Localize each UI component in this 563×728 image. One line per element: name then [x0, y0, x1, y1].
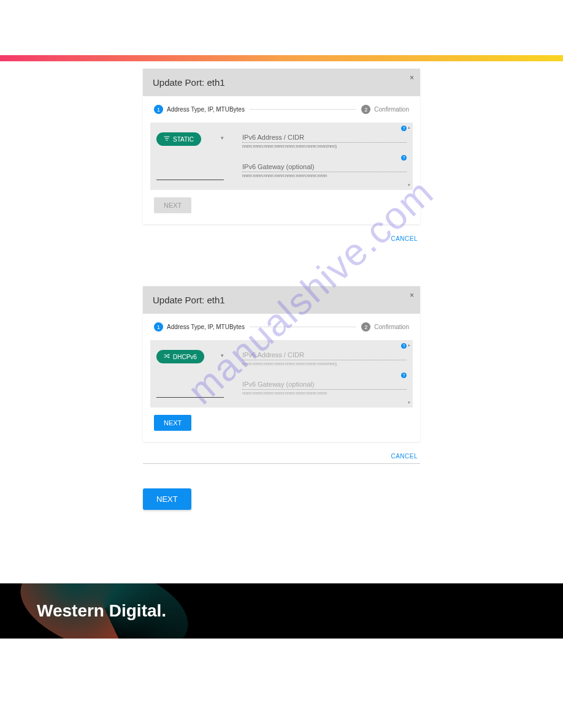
step-1-number: 1 [154, 105, 163, 114]
button-row: NEXT [143, 408, 420, 442]
step-1: 1 Address Type, IP, MTUBytes [154, 105, 245, 114]
step-2-number: 2 [361, 105, 370, 114]
dialog-title: Update Port: eth1 [153, 295, 225, 305]
page-footer: Western Digital. [0, 583, 563, 639]
help-icon[interactable]: ? [401, 343, 407, 349]
field-hint: nnnn:nnnn:nnnn:nnnn:nnnn:nnnn:nnnn:nnnn [242, 391, 407, 398]
brand-name: Western Digital. [37, 601, 166, 620]
chip-label: STATIC [173, 136, 194, 143]
chip-label: DHCPv6 [173, 354, 197, 360]
wizard-stepper: 1 Address Type, IP, MTUBytes 2 Confirmat… [143, 96, 420, 123]
step-2-label: Confirmation [374, 324, 409, 330]
dialog-header: Update Port: eth1 × [143, 286, 420, 314]
field-hint: nnnn:nnnn:nnnn:nnnn:nnnn:nnnn:nnnn:nnnn/… [242, 144, 407, 151]
field-hint: nnnn:nnnn:nnnn:nnnn:nnnn:nnnn:nnnn:nnnn [242, 173, 407, 180]
step-2-number: 2 [361, 322, 370, 332]
ipv6-gateway-field: ? IPv6 Gateway (optional) [242, 379, 407, 390]
address-type-chip: DHCPv6 [156, 350, 204, 363]
help-icon[interactable]: ? [401, 155, 407, 161]
ipv6-address-field: ? IPv6 Address / CIDR [242, 350, 407, 360]
scrollbar[interactable]: ▴ ▾ [408, 343, 412, 405]
field-label: IPv6 Gateway (optional) [242, 379, 407, 389]
step-1-number: 1 [154, 322, 163, 332]
ipv6-address-field[interactable]: ? IPv6 Address / CIDR [242, 132, 407, 143]
step-divider [250, 109, 356, 110]
field-label: IPv6 Address / CIDR [242, 132, 407, 142]
chevron-down-icon: ▾ [221, 135, 224, 141]
shuffle-icon [164, 353, 170, 360]
dialog-title: Update Port: eth1 [153, 77, 225, 88]
next-button[interactable]: NEXT [154, 415, 191, 431]
ipv6-gateway-field[interactable]: ? IPv6 Gateway (optional) [242, 162, 407, 172]
close-icon[interactable]: × [410, 291, 414, 300]
step-1-label: Address Type, IP, MTUBytes [167, 324, 245, 330]
fields-column: ? IPv6 Address / CIDR nnnn:nnnn:nnnn:nnn… [242, 132, 407, 180]
form-panel: STATIC ▾ ? IPv6 Address / CIDR nnnn:nnnn… [150, 123, 413, 190]
step-2: 2 Confirmation [361, 105, 409, 114]
step-1-label: Address Type, IP, MTUBytes [167, 106, 245, 113]
page-next-button[interactable]: NEXT [143, 488, 191, 510]
scroll-down-icon[interactable]: ▾ [408, 400, 410, 405]
step-1: 1 Address Type, IP, MTUBytes [154, 322, 245, 332]
address-type-select[interactable]: DHCPv6 ▾ [156, 350, 224, 398]
step-divider [250, 327, 356, 327]
update-port-dialog-static: Update Port: eth1 × 1 Address Type, IP, … [143, 69, 420, 224]
filter-icon [164, 135, 170, 143]
form-panel: DHCPv6 ▾ ? IPv6 Address / CIDR nnnn:nnnn… [150, 340, 413, 408]
fields-column: ? IPv6 Address / CIDR nnnn:nnnn:nnnn:nnn… [242, 350, 407, 398]
field-label: IPv6 Address / CIDR [242, 350, 407, 360]
page-content: Update Port: eth1 × 1 Address Type, IP, … [143, 69, 420, 583]
help-icon[interactable]: ? [401, 373, 407, 378]
scrollbar[interactable]: ▴ ▾ [408, 125, 412, 188]
cancel-link[interactable]: CANCEL [143, 224, 420, 246]
chevron-down-icon: ▾ [221, 352, 224, 358]
address-type-chip: STATIC [156, 132, 201, 146]
update-port-dialog-dhcpv6: Update Port: eth1 × 1 Address Type, IP, … [143, 286, 420, 442]
step-2-label: Confirmation [374, 106, 409, 113]
scroll-up-icon[interactable]: ▴ [408, 343, 410, 347]
brand-logo: Western Digital. [37, 601, 166, 621]
step-2: 2 Confirmation [361, 322, 409, 332]
help-icon[interactable]: ? [401, 126, 407, 131]
dialog-header: Update Port: eth1 × [143, 69, 420, 96]
button-row: NEXT [143, 190, 420, 224]
scroll-up-icon[interactable]: ▴ [408, 125, 410, 130]
next-button[interactable]: NEXT [154, 197, 191, 213]
scroll-down-icon[interactable]: ▾ [408, 183, 410, 188]
cancel-link[interactable]: CANCEL [143, 442, 420, 464]
wizard-stepper: 1 Address Type, IP, MTUBytes 2 Confirmat… [143, 314, 420, 340]
field-hint: nnnn:nnnn:nnnn:nnnn:nnnn:nnnn:nnnn:nnnn/… [242, 362, 407, 368]
field-label: IPv6 Gateway (optional) [242, 162, 407, 172]
address-type-select[interactable]: STATIC ▾ [156, 132, 224, 180]
brand-gradient-bar [0, 55, 563, 61]
close-icon[interactable]: × [410, 74, 414, 82]
